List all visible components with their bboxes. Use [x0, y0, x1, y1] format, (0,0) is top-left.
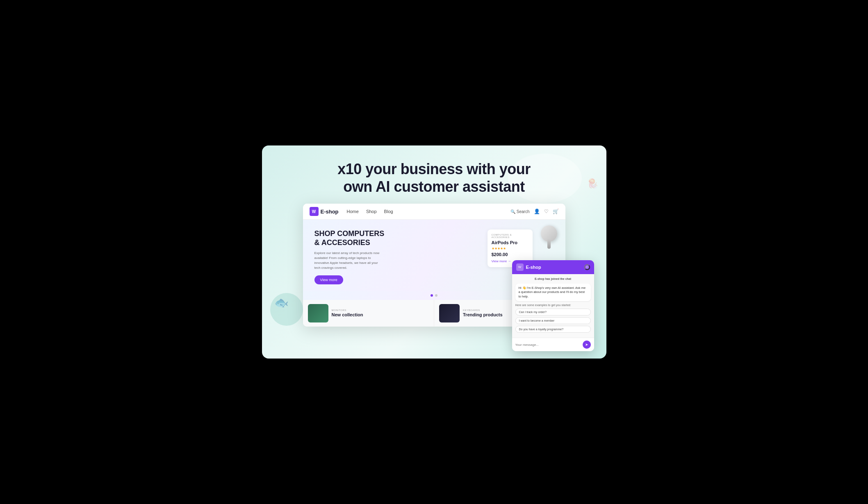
jellyfish-decoration: 🪼 [587, 178, 598, 189]
search-label: Search [517, 209, 530, 214]
main-hero-title: x10 your business with your own AI custo… [337, 145, 531, 204]
product-category: COMPUTERS & ACCESORIES [492, 234, 529, 238]
send-arrow-icon: ➤ [585, 343, 588, 347]
chat-header-title: E-shop [526, 265, 582, 270]
view-more-button[interactable]: View more [314, 275, 343, 284]
product-price: $200.00 [492, 252, 529, 257]
nav-link-home[interactable]: Home [347, 209, 359, 214]
chat-logo: W [516, 263, 524, 271]
search-icon: 🔍 [510, 209, 515, 214]
chat-message-input[interactable] [515, 343, 581, 347]
keyboard-image [439, 304, 460, 322]
main-container: 🐟 🪼 x10 your business with your own AI c… [262, 145, 606, 359]
cart-icon[interactable]: 🛒 [553, 209, 559, 214]
shop-logo-icon: W [310, 207, 319, 216]
fish-decoration: 🐟 [274, 296, 289, 309]
chat-greeting-text: Hi 👋 I'm E-Shop's very own AI assistant.… [519, 286, 586, 298]
chat-close-button[interactable]: × [584, 264, 590, 270]
chat-header: W E-shop × [512, 260, 594, 274]
hero-left: SHOP COMPUTERS & ACCESORIES Explore our … [314, 229, 488, 284]
bottom-card-monitors: MONITORS New collection [303, 300, 435, 327]
hero-title-line2: own AI customer assistant [343, 178, 524, 195]
shop-hero-desc: Explore our latest array of tech product… [314, 251, 380, 270]
product-name: AirPods Pro [492, 240, 529, 245]
shop-logo-text: E-shop [321, 209, 339, 215]
monitors-title: New collection [332, 312, 429, 317]
airpod-stem [547, 238, 551, 249]
chat-system-suffix: has joined the chat [545, 277, 571, 280]
nav-search[interactable]: 🔍 Search [510, 209, 530, 214]
hero-title-line1: x10 your business with your [337, 161, 531, 177]
nav-link-blog[interactable]: Blog [384, 209, 393, 214]
keyboard-img-placeholder [439, 304, 460, 322]
chat-body: E-shop has joined the chat Hi 👋 I'm E-Sh… [512, 274, 594, 338]
shop-nav-links: Home Shop Blog [347, 209, 510, 214]
chat-suggestion-2[interactable]: I want to become a member [515, 317, 591, 324]
chat-widget: W E-shop × E-shop has joined the chat Hi… [512, 260, 594, 352]
monitors-info: MONITORS New collection [332, 309, 429, 317]
monitor-image [308, 304, 328, 322]
chat-suggestion-3[interactable]: Do you have a loyalty programme? [515, 326, 591, 333]
user-icon[interactable]: 👤 [534, 209, 540, 214]
product-stars: ★★★★★ [492, 247, 529, 250]
chat-send-button[interactable]: ➤ [583, 341, 591, 349]
heart-icon[interactable]: ♡ [544, 209, 549, 214]
chat-greeting-bubble: Hi 👋 I'm E-Shop's very own AI assistant.… [515, 284, 591, 302]
chat-suggestion-1[interactable]: Can I track my order? [515, 309, 591, 316]
monitors-category: MONITORS [332, 309, 429, 311]
shop-navbar: W E-shop Home Shop Blog 🔍 Search 👤 ♡ 🛒 [303, 204, 565, 220]
dot-1[interactable] [431, 294, 433, 297]
chat-system-name: E-shop [535, 277, 544, 280]
monitor-img-placeholder [308, 304, 328, 322]
airpods-image [537, 225, 557, 258]
shop-nav-actions: 🔍 Search 👤 ♡ 🛒 [510, 209, 559, 214]
shop-hero-title: SHOP COMPUTERS & ACCESORIES [314, 229, 488, 247]
dot-2[interactable] [435, 294, 437, 297]
chat-helper-text: Here are some examples to get you starte… [515, 304, 591, 306]
nav-link-shop[interactable]: Shop [366, 209, 377, 214]
chat-system-message: E-shop has joined the chat [515, 277, 591, 280]
chat-footer: ➤ [512, 338, 594, 351]
shop-logo: W E-shop [310, 207, 339, 216]
